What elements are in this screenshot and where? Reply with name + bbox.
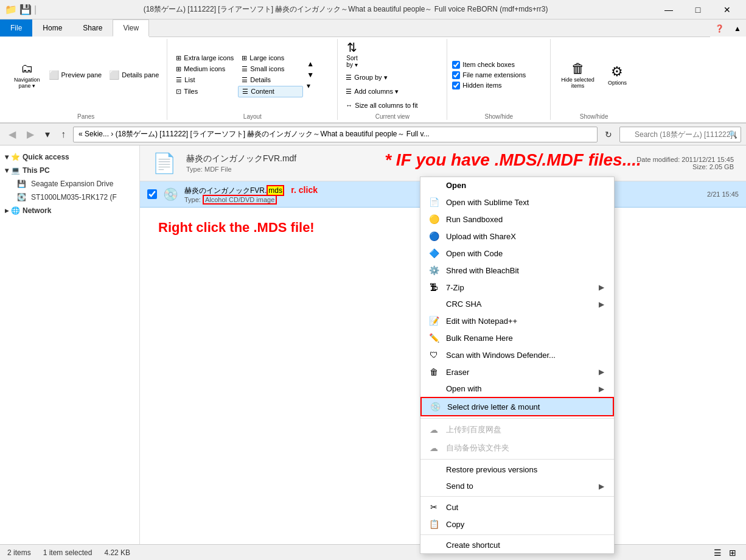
tab-file[interactable]: File (0, 19, 32, 37)
close-button[interactable]: ✕ (713, 0, 741, 19)
ctx-select-drive-label: Select drive letter & mount (447, 402, 540, 411)
back-button[interactable]: ◀ (5, 126, 19, 142)
sidebar-seagate[interactable]: 💾 Seagate Expansion Drive (0, 177, 139, 191)
tiles-button[interactable]: ⊡ Tiles (172, 86, 237, 97)
details-pane-button[interactable]: ⬜ Details pane (106, 68, 162, 82)
ctx-7zip[interactable]: 🗜 7-Zip ▶ (420, 279, 614, 296)
ribbon-collapse-button[interactable]: ▲ (729, 21, 746, 37)
size-all-columns-button[interactable]: ↔ Size all columns to fit (343, 100, 420, 111)
sidebar-network[interactable]: ▸ 🌐 Network (0, 204, 139, 217)
ctx-code-icon: 🔷 (428, 248, 440, 258)
help-button[interactable]: ❓ (710, 21, 729, 37)
sidebar-this-pc[interactable]: ▾ 💻 This PC (0, 164, 139, 177)
list-button[interactable]: ☰ List (172, 75, 237, 85)
ctx-open[interactable]: Open (420, 177, 614, 194)
tab-share[interactable]: Share (72, 19, 113, 37)
ctx-bulk-rename-icon: ✏️ (428, 333, 440, 343)
ctx-shred-bleachbit[interactable]: ⚙️ Shred with BleachBit (420, 262, 614, 279)
sort-by-button[interactable]: ⇅ Sortby ▾ (343, 39, 361, 69)
item-check-boxes-option[interactable]: Item check boxes (452, 60, 515, 69)
content-button[interactable]: ☰ Content (238, 86, 303, 97)
selected-size: 4.22 KB (104, 548, 130, 557)
options-label: Options (608, 80, 627, 86)
sort-icon: ⇅ (347, 40, 357, 55)
ctx-open-sublime[interactable]: 📄 Open with Sublime Text (420, 194, 614, 211)
ctx-run-sandboxed[interactable]: 🟡 Run Sandboxed (420, 211, 614, 228)
medium-icons-button[interactable]: ⊞ Medium icons (172, 64, 237, 74)
ctx-restore[interactable]: Restore previous versions (420, 461, 614, 478)
details-button[interactable]: ☰ Details (238, 75, 303, 85)
group-by-button[interactable]: ☰ Group by ▾ (343, 72, 390, 83)
sidebar-st1000[interactable]: 💽 ST1000LM035-1RK172 (F (0, 191, 139, 204)
tab-view[interactable]: View (113, 19, 149, 37)
ctx-sandbox-icon: 🟡 (428, 214, 440, 224)
status-view-toggle: ☰ ⊞ (711, 547, 739, 559)
ctx-edit-notepad[interactable]: 📝 Edit with Notepad++ (420, 312, 614, 329)
content-icon: ☰ (242, 88, 248, 96)
ctx-sublime-icon: 📄 (428, 197, 440, 207)
ctx-bleachbit-icon: ⚙️ (428, 265, 440, 275)
file-name-extensions-checkbox[interactable] (452, 71, 460, 79)
preview-pane-button[interactable]: ⬜ Preview pane (46, 68, 105, 82)
window-controls: — □ ✕ (655, 0, 741, 19)
tab-home[interactable]: Home (32, 19, 72, 37)
ctx-crc-sha[interactable]: CRC SHA ▶ (420, 296, 614, 312)
file-detail-icon: 📄 (152, 152, 176, 175)
ctx-upload-sharex[interactable]: 🔵 Upload with ShareX (420, 228, 614, 245)
ctx-baidu2[interactable]: ☁ 自动备份该文件夹 (420, 439, 614, 457)
ctx-defender-icon: 🛡 (428, 350, 440, 360)
layout-expand[interactable]: ▾ (305, 80, 315, 91)
maximize-button[interactable]: □ (684, 0, 712, 19)
layout-scroll-up[interactable]: ▲ (305, 58, 315, 69)
extra-large-icons-button[interactable]: ⊞ Extra large icons (172, 53, 237, 63)
ctx-send-to-label: Send to (446, 481, 473, 491)
hidden-items-option[interactable]: Hidden items (452, 81, 501, 90)
add-columns-button[interactable]: ☰ Add columns ▾ (343, 86, 402, 97)
size-label: Size: (692, 163, 707, 170)
small-icons-button[interactable]: ☰ Small icons (238, 64, 303, 74)
ctx-notepad-label: Edit with Notepad++ (446, 317, 517, 326)
details-view-toggle[interactable]: ☰ (711, 547, 724, 559)
extra-large-icon: ⊞ (176, 54, 181, 62)
search-input[interactable] (619, 127, 741, 142)
ctx-bulk-rename[interactable]: ✏️ Bulk Rename Here (420, 329, 614, 346)
address-input[interactable] (73, 127, 598, 142)
sidebar-quick-access[interactable]: ▾ ⭐ Quick access (0, 150, 139, 164)
layout-scroll-down[interactable]: ▼ (305, 69, 315, 80)
ctx-create-shortcut[interactable]: Create shortcut (420, 537, 614, 553)
hidden-items-checkbox[interactable] (452, 82, 460, 89)
large-label: Large icons (249, 54, 284, 61)
ctx-cut[interactable]: ✂ Cut (420, 499, 614, 516)
hide-selected-button[interactable]: 🗑 Hide selecteditems (556, 58, 600, 92)
minimize-button[interactable]: — (655, 0, 683, 19)
up-button[interactable]: ↑ (57, 127, 69, 142)
large-icons-button[interactable]: ⊞ Large icons (238, 53, 303, 63)
item-check-boxes-checkbox[interactable] (452, 61, 460, 69)
large-icon: ⊞ (242, 54, 247, 62)
add-columns-icon: ☰ (346, 88, 352, 96)
ctx-open-code[interactable]: 🔷 Open with Code (420, 245, 614, 262)
options-button[interactable]: ⚙ Options (602, 61, 632, 89)
ctx-copy-label: Copy (446, 520, 464, 529)
address-refresh-button[interactable]: ↻ (601, 127, 616, 142)
file-name-extensions-label: File name extensions (462, 71, 526, 79)
ctx-open-with[interactable]: Open with ▶ (420, 380, 614, 397)
ctx-scan-defender[interactable]: 🛡 Scan with Windows Defender... (420, 346, 614, 363)
size-value: 2.05 GB (709, 163, 734, 170)
forward-button[interactable]: ▶ (23, 126, 38, 142)
ctx-separator-3 (420, 496, 614, 497)
ctx-select-drive[interactable]: 💿 Select drive letter & mount (420, 397, 614, 416)
recent-locations-button[interactable]: ▾ (41, 126, 54, 142)
ctx-eraser[interactable]: 🗑 Eraser ▶ (420, 363, 614, 380)
details-pane-label: Details pane (122, 71, 159, 79)
navigation-pane-button[interactable]: 🗂 Navigationpane ▾ (10, 58, 44, 92)
ctx-baidu1[interactable]: ☁ 上传到百度网盘 (420, 421, 614, 439)
file-name-extensions-option[interactable]: File name extensions (452, 71, 526, 80)
network-label: Network (23, 206, 51, 215)
file-row-checkbox[interactable] (147, 189, 157, 199)
date-modified-field: Date modified: 2011/12/21 15:45 (636, 156, 734, 163)
ctx-select-drive-icon: 💿 (429, 402, 441, 411)
icons-view-toggle[interactable]: ⊞ (727, 547, 739, 559)
ctx-send-to[interactable]: Send to ▶ (420, 478, 614, 494)
ctx-copy[interactable]: 📋 Copy (420, 516, 614, 533)
